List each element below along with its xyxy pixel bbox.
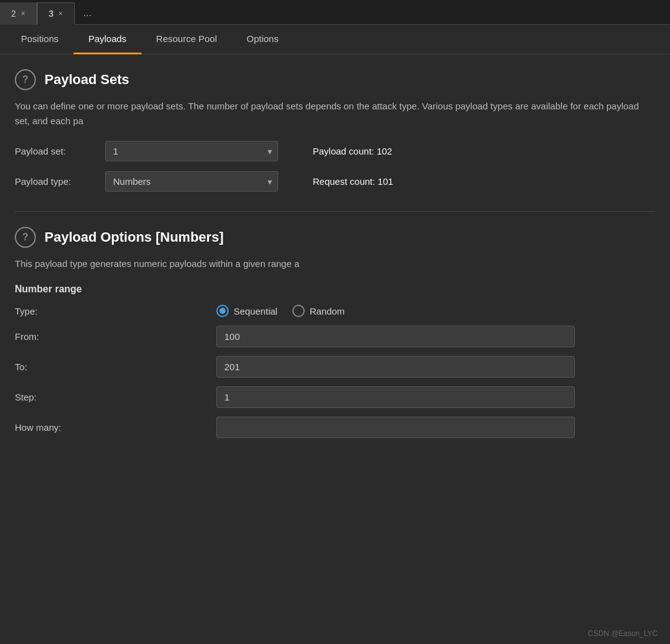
payload-sets-title: Payload Sets: [45, 72, 129, 88]
random-option[interactable]: Random: [292, 305, 345, 317]
to-input[interactable]: [216, 356, 575, 378]
payload-options-header: ? Payload Options [Numbers]: [15, 227, 655, 248]
sequential-radio[interactable]: [216, 305, 229, 317]
nav-tabs: Positions Payloads Resource Pool Options: [0, 25, 670, 54]
payload-options-title: Payload Options [Numbers]: [45, 229, 224, 245]
payload-set-label: Payload set:: [15, 146, 95, 156]
section-divider: [15, 211, 655, 212]
payload-sets-section: ? Payload Sets You can define one or mor…: [15, 69, 655, 192]
payload-options-section: ? Payload Options [Numbers] This payload…: [15, 227, 655, 438]
tab-3-label: 3: [49, 9, 54, 19]
random-label: Random: [310, 306, 345, 316]
to-label: To:: [15, 362, 206, 372]
payload-count-stat: Payload count: 102: [313, 146, 392, 156]
payload-type-select-wrapper: Numbers Simple list Runtime file Custom …: [105, 171, 278, 192]
payload-type-select[interactable]: Numbers Simple list Runtime file Custom …: [105, 171, 278, 192]
from-label: From:: [15, 331, 206, 342]
sequential-option[interactable]: Sequential: [216, 305, 278, 317]
tab-2-close[interactable]: ×: [21, 10, 25, 17]
tab-2[interactable]: 2 ×: [0, 2, 37, 25]
tab-payloads[interactable]: Payloads: [74, 25, 142, 54]
payload-set-select-wrapper: 1 2 3: [105, 141, 278, 161]
request-count-stat: Request count: 101: [313, 176, 393, 187]
to-row: To:: [15, 356, 655, 378]
type-radio-group: Sequential Random: [216, 305, 345, 317]
payload-set-row: Payload set: 1 2 3 Payload count: 102: [15, 141, 655, 161]
payload-options-help-icon[interactable]: ?: [15, 227, 36, 248]
payload-type-row: Payload type: Numbers Simple list Runtim…: [15, 171, 655, 192]
payload-options-description: This payload type generates numeric payl…: [15, 256, 655, 271]
payload-sets-description: You can define one or more payload sets.…: [15, 99, 655, 129]
tab-options[interactable]: Options: [232, 25, 294, 54]
how-many-row: How many:: [15, 417, 655, 438]
sequential-label: Sequential: [234, 306, 278, 316]
tab-2-label: 2: [11, 9, 16, 19]
tab-3-close[interactable]: ×: [59, 10, 63, 17]
type-row: Type: Sequential Random: [15, 305, 655, 317]
how-many-input[interactable]: [216, 417, 575, 438]
tab-positions[interactable]: Positions: [6, 25, 74, 54]
step-row: Step:: [15, 386, 655, 408]
how-many-label: How many:: [15, 422, 206, 433]
tab-3[interactable]: 3 ×: [37, 2, 75, 25]
payload-type-label: Payload type:: [15, 176, 95, 187]
random-radio[interactable]: [292, 305, 305, 317]
step-input[interactable]: [216, 386, 575, 408]
tab-resource-pool[interactable]: Resource Pool: [142, 25, 232, 54]
footer-credit: CSDN @Eason_LYC: [588, 629, 658, 638]
payload-set-select[interactable]: 1 2 3: [105, 141, 278, 161]
type-label: Type:: [15, 306, 206, 316]
main-content: ? Payload Sets You can define one or mor…: [0, 54, 670, 473]
step-label: Step:: [15, 392, 206, 402]
number-range-title: Number range: [15, 284, 655, 295]
payload-sets-header: ? Payload Sets: [15, 69, 655, 90]
from-input[interactable]: [216, 326, 575, 347]
payload-sets-help-icon[interactable]: ?: [15, 69, 36, 90]
request-count-value: 101: [378, 176, 393, 187]
from-row: From:: [15, 326, 655, 347]
tab-ellipsis[interactable]: ...: [75, 2, 100, 24]
tab-bar: 2 × 3 × ...: [0, 0, 670, 25]
payload-count-value: 102: [376, 146, 392, 156]
